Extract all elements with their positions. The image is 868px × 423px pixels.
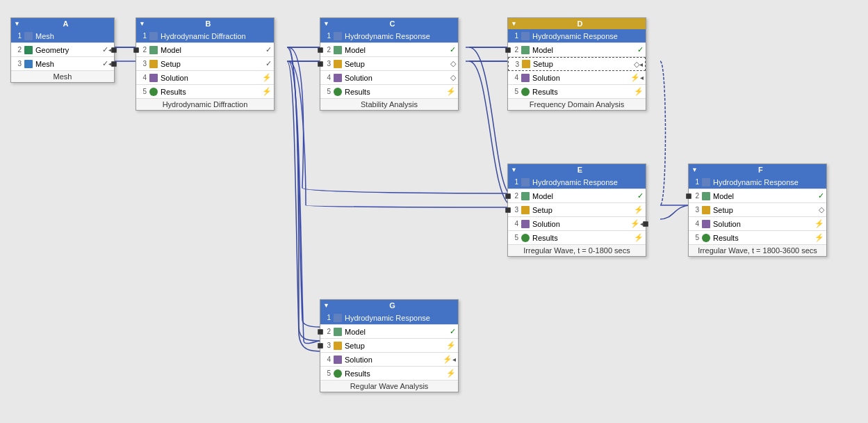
node-e-row-4[interactable]: 4 Solution ⚡ ◂ [508, 217, 646, 231]
workflow-canvas: ▼ A 1 Mesh 2 Geometry ✓ ◂ 3 Mesh ✓ ◂ Mes… [0, 0, 868, 423]
node-a-row-2[interactable]: 2 Geometry ✓ ◂ [11, 43, 114, 57]
setup-icon-e [521, 205, 530, 215]
geo-icon [24, 45, 33, 55]
setup-icon-f [701, 205, 711, 215]
node-e-collapse[interactable]: ▼ [511, 166, 517, 173]
node-d-row-3[interactable]: 3 Setup ◇ ◂ [508, 57, 646, 71]
node-f: ▼ F 1 Hydrodynamic Response 2 Model ✓ 3 … [688, 163, 827, 257]
node-d-label: Frequency Domain Analysis [508, 99, 646, 110]
node-c-row-3[interactable]: 3 Setup ◇ [320, 57, 458, 71]
node-g-row-3[interactable]: 3 Setup ⚡ [320, 339, 458, 353]
hydro-icon-c [333, 31, 343, 41]
node-e-row-5[interactable]: 5 Results ⚡ [508, 231, 646, 245]
node-b-label: Hydrodynamic Diffraction [136, 99, 274, 110]
node-g-row-2[interactable]: 2 Model ✓ [320, 325, 458, 339]
node-b-row-2[interactable]: 2 Model ✓ [136, 43, 274, 57]
node-f-title: F [698, 166, 824, 174]
node-g: ▼ G 1 Hydrodynamic Response 2 Model ✓ 3 … [320, 299, 459, 392]
node-e-title: E [517, 166, 643, 174]
node-f-row-4[interactable]: 4 Solution ⚡ [689, 217, 826, 231]
node-a-header: ▼ A [11, 18, 114, 29]
node-f-label: Irregular Wave, t = 1800-3600 secs [689, 245, 826, 256]
model-icon-d [521, 45, 530, 55]
node-c-label: Stability Analysis [320, 99, 458, 110]
hydro-icon-b [149, 31, 158, 41]
results-icon-d [521, 87, 530, 97]
node-d-row-1[interactable]: 1 Hydrodynamic Response [508, 29, 646, 43]
mesh-icon-3 [24, 59, 33, 69]
solution-icon-g [333, 355, 343, 365]
node-c: ▼ C 1 Hydrodynamic Response 2 Model ✓ 3 … [320, 17, 459, 111]
node-a: ▼ A 1 Mesh 2 Geometry ✓ ◂ 3 Mesh ✓ ◂ Mes… [10, 17, 115, 83]
solution-icon-d [521, 73, 530, 83]
node-e-row-1[interactable]: 1 Hydrodynamic Response [508, 175, 646, 189]
node-f-collapse[interactable]: ▼ [691, 166, 698, 173]
setup-icon-c [333, 59, 343, 69]
hydro-icon-e [521, 177, 530, 187]
node-c-row-5[interactable]: 5 Results ⚡ [320, 85, 458, 99]
model-icon-f [701, 191, 711, 201]
node-c-title: C [329, 19, 455, 28]
node-b-row-5[interactable]: 5 Results ⚡ [136, 85, 274, 99]
setup-icon-d [521, 59, 531, 69]
results-icon-f [701, 233, 711, 243]
node-d: ▼ D 1 Hydrodynamic Response 2 Model ✓ 3 … [507, 17, 646, 111]
node-e-label: Irregular Wave, t = 0-1800 secs [508, 245, 646, 256]
node-b-row-4[interactable]: 4 Solution ⚡ [136, 71, 274, 85]
node-b-title: B [145, 19, 271, 28]
node-a-collapse[interactable]: ▼ [14, 20, 20, 27]
node-d-row-2[interactable]: 2 Model ✓ [508, 43, 646, 57]
node-a-label: Mesh [11, 71, 114, 82]
solution-icon-c [333, 73, 343, 83]
node-a-row-1[interactable]: 1 Mesh [11, 29, 114, 43]
results-icon-e [521, 233, 530, 243]
node-f-row-5[interactable]: 5 Results ⚡ [689, 231, 826, 245]
node-f-header: ▼ F [689, 164, 826, 175]
node-a-row-3[interactable]: 3 Mesh ✓ ◂ [11, 57, 114, 71]
hydro-icon-d [521, 31, 530, 41]
model-icon-g [333, 327, 343, 337]
node-g-row-5[interactable]: 5 Results ⚡ [320, 367, 458, 381]
node-c-row-1[interactable]: 1 Hydrodynamic Response [320, 29, 458, 43]
node-g-label: Regular Wave Analysis [320, 381, 458, 392]
node-e-header: ▼ E [508, 164, 646, 175]
node-b-collapse[interactable]: ▼ [139, 20, 145, 27]
hydro-icon-g [333, 313, 343, 323]
node-b: ▼ B 1 Hydrodynamic Diffraction 2 Model ✓… [136, 17, 275, 111]
node-g-row-1[interactable]: 1 Hydrodynamic Response [320, 311, 458, 325]
results-icon-g [333, 369, 343, 378]
node-d-title: D [517, 19, 643, 28]
node-c-row-2[interactable]: 2 Model ✓ [320, 43, 458, 57]
node-b-header: ▼ B [136, 18, 274, 29]
node-e-row-2[interactable]: 2 Model ✓ [508, 189, 646, 203]
setup-icon-b [149, 59, 158, 69]
node-d-row-4[interactable]: 4 Solution ⚡ ◂ [508, 71, 646, 85]
node-b-row-3[interactable]: 3 Setup ✓ [136, 57, 274, 71]
node-f-row-1[interactable]: 1 Hydrodynamic Response [689, 175, 826, 189]
node-c-collapse[interactable]: ▼ [323, 20, 329, 27]
node-g-header: ▼ G [320, 300, 458, 311]
node-g-collapse[interactable]: ▼ [323, 302, 329, 309]
node-f-row-3[interactable]: 3 Setup ◇ [689, 203, 826, 217]
solution-icon-e [521, 219, 530, 229]
solution-icon-f [701, 219, 711, 229]
node-g-row-4[interactable]: 4 Solution ⚡ ◂ [320, 353, 458, 367]
model-icon-c [333, 45, 343, 55]
setup-icon-g [333, 341, 343, 351]
node-e: ▼ E 1 Hydrodynamic Response 2 Model ✓ 3 … [507, 163, 646, 257]
node-c-header: ▼ C [320, 18, 458, 29]
model-icon-b [149, 45, 158, 55]
node-f-row-2[interactable]: 2 Model ✓ [689, 189, 826, 203]
node-b-row-1[interactable]: 1 Hydrodynamic Diffraction [136, 29, 274, 43]
mesh-icon-1 [24, 31, 33, 41]
node-d-collapse[interactable]: ▼ [511, 20, 517, 27]
model-icon-e [521, 191, 530, 201]
hydro-icon-f [701, 177, 711, 187]
node-d-header: ▼ D [508, 18, 646, 29]
node-e-row-3[interactable]: 3 Setup ⚡ [508, 203, 646, 217]
node-a-title: A [20, 19, 111, 28]
node-g-title: G [329, 301, 455, 310]
node-c-row-4[interactable]: 4 Solution ◇ [320, 71, 458, 85]
results-icon-c [333, 87, 343, 97]
node-d-row-5[interactable]: 5 Results ⚡ [508, 85, 646, 99]
